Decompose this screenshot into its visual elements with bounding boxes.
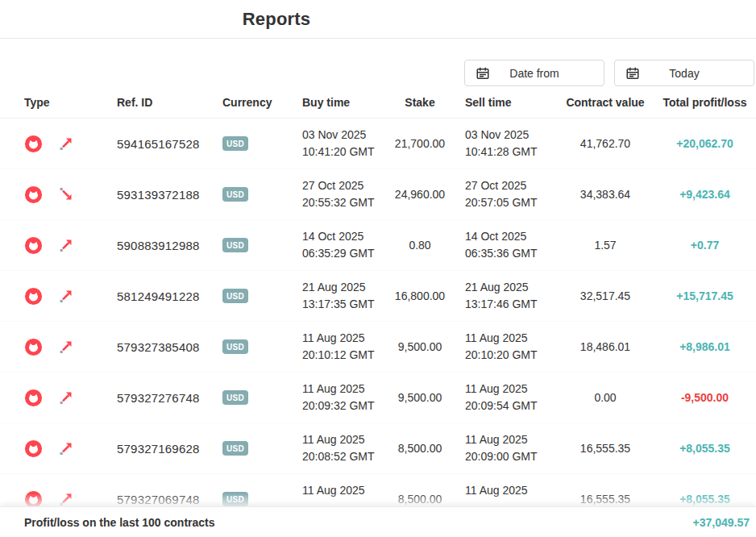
table-row[interactable]: 594165167528 USD 03 Nov 2025 10:41:20 GM… — [0, 119, 756, 169]
ref-id: 579327276748 — [117, 391, 222, 405]
sell-date-line: 27 Oct 2025 — [465, 177, 557, 194]
type-cell — [24, 286, 117, 306]
sell-time: 11 Aug 2025 20:09:00 GMT — [456, 431, 557, 465]
market-volatility-icon — [24, 338, 43, 356]
currency-badge: USD — [222, 390, 248, 405]
sell-time-line: 20:09:00 GMT — [465, 448, 557, 465]
topbar: Reports — [0, 0, 756, 39]
buy-time-line: 20:55:32 GMT — [302, 194, 384, 211]
ref-id: 579327069748 — [117, 493, 222, 506]
direction-icon — [56, 388, 76, 407]
profit-loss-value: +20,062.70 — [654, 137, 756, 150]
buy-time: 27 Oct 2025 20:55:32 GMT — [302, 177, 384, 211]
type-cell — [24, 235, 117, 255]
buy-time-line: 13:17:35 GMT — [302, 296, 384, 313]
sell-time: 11 Aug 2025 20:09:54 GMT — [456, 381, 557, 414]
stake: 9,500.00 — [384, 391, 456, 404]
market-volatility-icon — [24, 439, 43, 458]
sell-time-line: 20:10:20 GMT — [465, 347, 557, 364]
table-row[interactable]: 579327385408 USD 11 Aug 2025 20:10:12 GM… — [0, 322, 756, 373]
currency-badge: USD — [222, 136, 248, 151]
col-header-type: Type — [24, 96, 117, 109]
contract-value: 18,486.01 — [557, 340, 654, 353]
sell-date-line: 11 Aug 2025 — [465, 330, 557, 347]
sell-date-line: 21 Aug 2025 — [465, 279, 557, 296]
buy-time-line — [302, 499, 384, 506]
table-row[interactable]: 590883912988 USD 14 Oct 2025 06:35:29 GM… — [0, 220, 756, 271]
buy-date-line: 21 Aug 2025 — [302, 279, 384, 296]
stake: 8,500.00 — [384, 442, 456, 455]
contract-value: 1.57 — [557, 239, 654, 252]
contract-value: 16,555.35 — [557, 442, 654, 455]
buy-time: 11 Aug 2025 20:09:32 GMT — [302, 381, 384, 414]
buy-date-line: 11 Aug 2025 — [302, 482, 384, 499]
currency-badge: USD — [222, 187, 248, 202]
stake: 0.80 — [384, 239, 456, 252]
market-volatility-icon — [24, 135, 43, 153]
buy-date-line: 11 Aug 2025 — [302, 381, 384, 398]
direction-icon — [56, 439, 76, 458]
ref-id: 590883912988 — [117, 239, 222, 252]
date-from-picker[interactable]: Date from — [464, 60, 604, 86]
summary-label: Profit/loss on the last 100 contracts — [24, 516, 215, 529]
contract-value: 32,517.45 — [557, 289, 654, 302]
market-volatility-icon — [24, 389, 43, 407]
table-row[interactable]: 593139372188 USD 27 Oct 2025 20:55:32 GM… — [0, 169, 756, 220]
profit-loss-value: +15,717.45 — [654, 289, 756, 302]
table-row[interactable]: 581249491228 USD 21 Aug 2025 13:17:35 GM… — [0, 271, 756, 322]
col-header-ref-id: Ref. ID — [117, 96, 222, 109]
sell-time-line — [465, 499, 557, 506]
sell-time: 21 Aug 2025 13:17:46 GMT — [456, 279, 557, 313]
type-cell — [24, 489, 117, 506]
type-cell — [24, 134, 117, 153]
col-header-contract-value: Contract value — [557, 96, 654, 109]
summary-total: +37,049.57 — [693, 516, 750, 529]
date-to-picker[interactable]: Today — [614, 60, 754, 86]
date-from-value: Date from — [465, 67, 604, 80]
summary-footer: Profit/loss on the last 100 contracts +3… — [0, 506, 756, 537]
sell-date-line: 14 Oct 2025 — [465, 228, 557, 245]
table-body-wrap: 594165167528 USD 03 Nov 2025 10:41:20 GM… — [0, 119, 756, 506]
date-to-value: Today — [615, 67, 754, 80]
currency-cell: USD — [222, 238, 302, 252]
sell-time-line: 10:41:28 GMT — [465, 144, 557, 160]
buy-time: 03 Nov 2025 10:41:20 GMT — [302, 127, 384, 160]
table-row[interactable]: 579327069748 USD 11 Aug 2025 8,500.00 11… — [0, 474, 756, 506]
stake: 21,700.00 — [384, 137, 456, 150]
profit-loss-value: +8,055.35 — [654, 493, 756, 506]
sell-time: 14 Oct 2025 06:35:36 GMT — [456, 228, 557, 262]
type-cell — [24, 388, 117, 407]
table-header: Type Ref. ID Currency Buy time Stake Sel… — [0, 86, 756, 119]
sell-time-line: 20:09:54 GMT — [465, 398, 557, 414]
col-header-sell-time: Sell time — [456, 96, 557, 109]
currency-badge: USD — [222, 339, 248, 354]
market-volatility-icon — [24, 185, 43, 204]
contract-value: 41,762.70 — [557, 137, 654, 150]
contract-value: 0.00 — [557, 391, 654, 404]
ref-id: 594165167528 — [117, 137, 222, 151]
market-volatility-icon — [24, 287, 43, 306]
currency-badge: USD — [222, 492, 248, 506]
currency-cell: USD — [222, 187, 302, 202]
sell-time-line: 06:35:36 GMT — [465, 245, 557, 262]
table-row[interactable]: 579327276748 USD 11 Aug 2025 20:09:32 GM… — [0, 373, 756, 423]
sell-time: 11 Aug 2025 — [456, 482, 557, 506]
ref-id: 581249491228 — [117, 289, 222, 303]
col-header-buy-time: Buy time — [302, 96, 384, 109]
currency-cell: USD — [222, 339, 302, 354]
buy-time: 14 Oct 2025 06:35:29 GMT — [302, 228, 384, 262]
buy-date-line: 11 Aug 2025 — [302, 330, 384, 347]
buy-time-line: 20:09:32 GMT — [302, 398, 384, 414]
contract-value: 34,383.64 — [557, 188, 654, 201]
contract-value: 16,555.35 — [557, 493, 654, 506]
market-volatility-icon — [24, 236, 43, 255]
sell-time: 11 Aug 2025 20:10:20 GMT — [456, 330, 557, 364]
sell-date-line: 03 Nov 2025 — [465, 127, 557, 144]
stake: 16,800.00 — [384, 289, 456, 302]
buy-time-line: 20:08:52 GMT — [302, 448, 384, 465]
stake: 9,500.00 — [384, 340, 456, 353]
buy-time: 21 Aug 2025 13:17:35 GMT — [302, 279, 384, 313]
stake: 8,500.00 — [384, 493, 456, 506]
table-row[interactable]: 579327169628 USD 11 Aug 2025 20:08:52 GM… — [0, 423, 756, 474]
buy-time-line: 10:41:20 GMT — [302, 144, 384, 160]
